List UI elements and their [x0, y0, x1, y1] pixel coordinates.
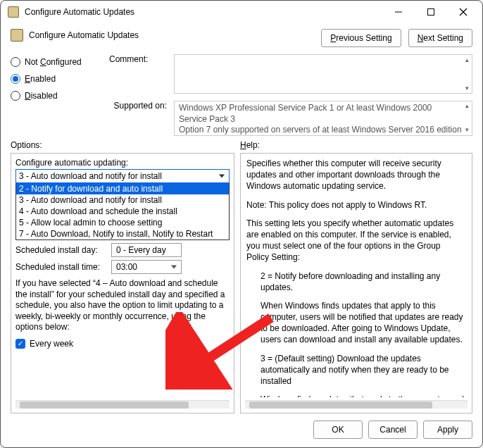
scheduled-day-select[interactable]: 0 - Every day	[111, 243, 182, 257]
content-area: Configure Automatic Updates Previous Set…	[1, 23, 482, 447]
scroll-up-icon[interactable]: ▴	[462, 55, 472, 65]
radio-not-configured[interactable]: Not Configured	[11, 57, 95, 67]
options-panel: Configure automatic updating: 3 - Auto d…	[11, 153, 234, 413]
scroll-down-icon[interactable]: ▾	[462, 83, 472, 93]
comment-row: Comment: ▴ ▾	[109, 54, 472, 94]
comment-label: Comment:	[109, 54, 167, 64]
dropdown-list: 2 - Notify for download and auto install…	[15, 183, 230, 240]
window-title: Configure Automatic Updates	[25, 7, 382, 17]
options-label: Options:	[11, 140, 240, 150]
header-row: Configure Automatic Updates Previous Set…	[1, 23, 482, 50]
scheduled-time-select[interactable]: 03:00	[111, 260, 182, 274]
help-label: Help:	[240, 140, 472, 150]
help-panel: Specifies whether this computer will rec…	[240, 153, 472, 413]
radio-icon	[11, 91, 20, 101]
every-week-row[interactable]: ✓ Every week	[15, 339, 230, 349]
main-panels: Configure automatic updating: 3 - Auto d…	[1, 153, 482, 413]
upper-grid: Not Configured Enabled Disabled Comment:…	[1, 50, 482, 137]
close-button[interactable]	[447, 1, 479, 23]
supported-label: Supported on:	[109, 101, 167, 111]
configure-updating-label: Configure automatic updating:	[15, 158, 230, 168]
panel-labels: Options: Help:	[1, 137, 482, 153]
policy-icon	[11, 29, 23, 42]
horizontal-scrollbar[interactable]	[15, 400, 230, 409]
comment-textbox[interactable]: ▴ ▾	[174, 54, 472, 94]
checkbox-checked-icon: ✓	[15, 339, 25, 349]
titlebar: Configure Automatic Updates	[1, 1, 482, 23]
minimize-button[interactable]	[382, 1, 415, 23]
cancel-button[interactable]: Cancel	[368, 421, 418, 439]
every-week-label: Every week	[30, 339, 73, 349]
options-paragraph: If you have selected “4 – Auto download …	[15, 278, 230, 333]
radio-icon	[11, 74, 20, 84]
ok-button[interactable]: OK	[313, 421, 363, 439]
supported-text: Windows XP Professional Service Pack 1 o…	[179, 103, 462, 135]
previous-setting-button[interactable]: Previous Setting	[321, 29, 401, 47]
scheduled-day-row: Scheduled install day: 0 - Every day	[15, 243, 230, 257]
dropdown-option[interactable]: 4 - Auto download and schedule the insta…	[16, 206, 229, 217]
apply-button[interactable]: Apply	[423, 421, 472, 439]
state-radio-group: Not Configured Enabled Disabled	[11, 54, 95, 136]
horizontal-scrollbar[interactable]	[245, 400, 468, 409]
nav-buttons: Previous Setting Next Setting	[321, 29, 472, 47]
maximize-button[interactable]	[415, 1, 447, 23]
supported-row: Supported on: Windows XP Professional Se…	[109, 101, 472, 136]
scheduled-time-label: Scheduled install time:	[15, 262, 107, 272]
radio-enabled[interactable]: Enabled	[11, 74, 95, 84]
scheduled-time-row: Scheduled install time: 03:00	[15, 260, 230, 274]
dialog-window: Configure Automatic Updates Configure Au…	[0, 0, 483, 448]
dropdown-option[interactable]: 3 - Auto download and notify for install	[16, 194, 229, 206]
help-text: Specifies whether this computer will rec…	[245, 158, 468, 397]
scroll-down-icon[interactable]: ▾	[462, 125, 472, 135]
radio-icon	[11, 57, 20, 67]
button-bar: OK Cancel Apply	[1, 413, 482, 447]
policy-title: Configure Automatic Updates	[29, 29, 321, 40]
scroll-up-icon[interactable]: ▴	[462, 101, 472, 111]
dropdown-option[interactable]: 2 - Notify for download and auto install	[16, 183, 229, 194]
dropdown-selected-value[interactable]: 3 - Auto download and notify for install	[15, 169, 230, 183]
next-setting-button[interactable]: Next Setting	[408, 29, 472, 47]
radio-disabled[interactable]: Disabled	[11, 91, 95, 101]
right-column: Comment: ▴ ▾ Supported on: Windows XP Pr…	[109, 54, 472, 136]
configure-updating-dropdown[interactable]: 3 - Auto download and notify for install…	[15, 169, 230, 240]
supported-textbox: Windows XP Professional Service Pack 1 o…	[174, 101, 472, 136]
dropdown-option[interactable]: 7 - Auto Download, Notify to install, No…	[16, 228, 229, 239]
svg-rect-1	[428, 9, 434, 15]
dropdown-option[interactable]: 5 - Allow local admin to choose setting	[16, 217, 229, 228]
scheduled-day-label: Scheduled install day:	[15, 245, 107, 255]
policy-icon	[8, 6, 19, 18]
